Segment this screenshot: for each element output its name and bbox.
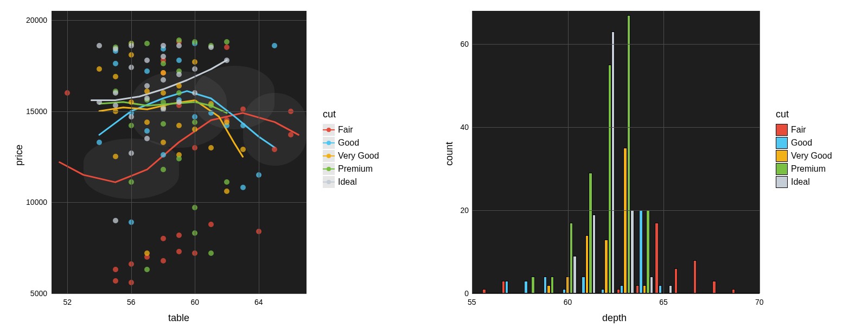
y-tick-label: 20: [456, 206, 469, 215]
scatter-point: [224, 39, 229, 45]
legend-label: Very Good: [338, 151, 379, 161]
scatter-point: [176, 123, 182, 128]
x-tick-label: 64: [254, 298, 263, 306]
y-tick-label: 40: [456, 123, 469, 131]
bar: [669, 285, 672, 293]
bar-legend: cut FairGoodVery GoodPremiumIdeal: [776, 109, 832, 189]
scatter-point: [97, 43, 102, 48]
scatter-point: [176, 156, 182, 161]
scatter-point: [224, 120, 229, 125]
legend-item: Premium: [776, 162, 832, 175]
scatter-point: [161, 152, 166, 158]
legend-label: Ideal: [791, 177, 810, 187]
scatter-point: [113, 74, 118, 79]
legend-swatch-icon: [776, 124, 788, 136]
scatter-point: [176, 249, 182, 254]
scatter-point: [161, 140, 166, 145]
y-tick-label: 20000: [20, 16, 47, 24]
smooth-line: [99, 91, 275, 148]
legend-swatch-icon: [776, 163, 788, 175]
legend-label: Very Good: [791, 151, 832, 161]
scatter-panel: price table 52566064 5000100001500020000…: [0, 0, 434, 326]
scatter-point: [208, 45, 214, 50]
scatter-point: [161, 99, 166, 105]
scatter-point: [113, 61, 118, 66]
scatter-point: [208, 103, 214, 108]
scatter-point: [288, 132, 293, 137]
legend-swatch-icon: [776, 176, 788, 188]
bar-panel: count depth cut FairGoodVery GoodPremium…: [434, 0, 868, 326]
scatter-point: [272, 43, 277, 48]
bar: [482, 289, 486, 293]
bar-x-axis-title: depth: [602, 312, 627, 324]
scatter-point: [240, 123, 246, 128]
scatter-point: [113, 154, 118, 159]
scatter-point: [176, 99, 182, 105]
scatter-point: [224, 58, 229, 63]
bar: [611, 32, 615, 293]
legend-label: Ideal: [338, 177, 357, 187]
scatter-legend: cut FairGoodVery GoodPremiumIdeal: [323, 109, 379, 189]
legend-swatch-icon: [323, 137, 335, 149]
legend-swatch-icon: [776, 150, 788, 162]
legend-title: cut: [776, 109, 832, 120]
y-tick-label: 5000: [20, 289, 47, 298]
scatter-point: [113, 46, 118, 52]
legend-title: cut: [323, 109, 379, 120]
scatter-point: [161, 70, 166, 76]
x-tick-label: 55: [468, 298, 476, 306]
scatter-point: [240, 185, 246, 190]
scatter-point: [176, 90, 182, 96]
bar: [524, 281, 527, 293]
scatter-point: [224, 179, 229, 185]
scatter-point: [144, 250, 150, 256]
x-tick-label: 70: [755, 298, 764, 306]
scatter-point: [97, 66, 102, 72]
legend-label: Premium: [791, 164, 826, 174]
scatter-point: [97, 99, 102, 105]
bar: [674, 268, 678, 293]
scatter-point: [113, 267, 118, 272]
bar: [630, 210, 634, 293]
scatter-point: [144, 128, 150, 134]
scatter-point: [144, 96, 150, 101]
legend-swatch-icon: [776, 137, 788, 149]
scatter-point: [208, 145, 214, 151]
scatter-point: [161, 61, 166, 66]
x-tick-label: 65: [659, 298, 668, 306]
legend-label: Premium: [338, 164, 373, 174]
bar: [732, 289, 735, 293]
scatter-point: [161, 236, 166, 241]
scatter-point: [161, 258, 166, 264]
legend-label: Good: [338, 138, 359, 148]
scatter-point: [176, 37, 182, 43]
scatter-point: [224, 45, 229, 50]
smooth-line: [91, 60, 227, 101]
bar: [531, 277, 534, 293]
scatter-point: [176, 83, 182, 89]
scatter-point: [144, 83, 150, 89]
scatter-point: [176, 72, 182, 77]
legend-swatch-icon: [323, 150, 335, 162]
figure-pair: price table 52566064 5000100001500020000…: [0, 0, 868, 326]
scatter-point: [113, 278, 118, 284]
legend-item: Fair: [323, 123, 379, 136]
bar-y-axis-title: count: [444, 142, 455, 166]
scatter-point: [161, 77, 166, 83]
legend-swatch-icon: [323, 163, 335, 175]
bar: [712, 281, 716, 293]
legend-item: Very Good: [323, 149, 379, 162]
y-tick-label: 0: [456, 289, 469, 298]
scatter-point: [113, 103, 118, 108]
scatter-plot-area: [52, 11, 307, 293]
scatter-point: [144, 41, 150, 46]
legend-label: Fair: [338, 125, 353, 135]
scatter-point: [144, 136, 150, 141]
x-tick-label: 60: [190, 298, 199, 306]
y-tick-label: 15000: [20, 107, 47, 116]
scatter-point: [97, 140, 102, 145]
scatter-point: [161, 167, 166, 172]
x-tick-label: 56: [127, 298, 136, 306]
bar: [551, 277, 554, 293]
scatter-point: [161, 54, 166, 59]
